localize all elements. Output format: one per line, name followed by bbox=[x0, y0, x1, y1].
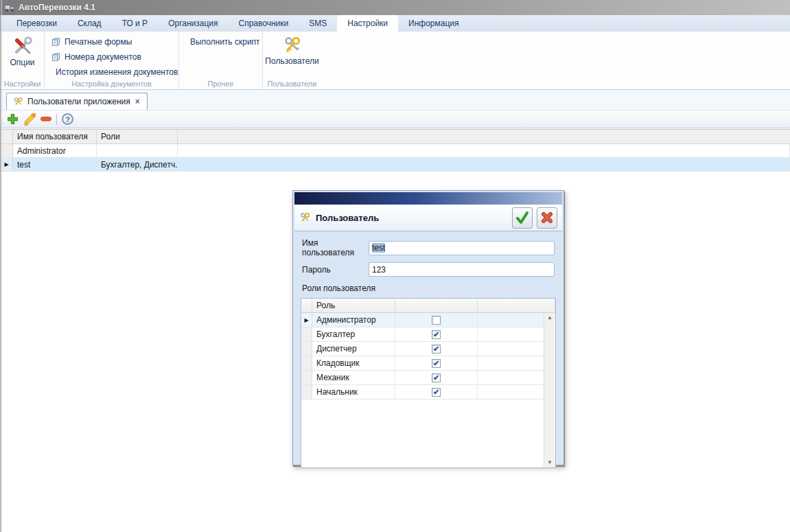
role-row-nachalnik[interactable]: Начальник ✔ bbox=[301, 385, 555, 400]
ribbon: Опции Настройки Печатные формы Номера до… bbox=[1, 32, 790, 90]
role-row-mehanik[interactable]: Механик ✔ bbox=[301, 371, 555, 385]
tab-close-icon[interactable]: × bbox=[135, 97, 141, 106]
cell-checkbox bbox=[395, 313, 478, 327]
menu-tab-nastroyki[interactable]: Настройки bbox=[337, 15, 398, 32]
vertical-scrollbar[interactable]: ▲ ▼ bbox=[544, 313, 555, 467]
menu-tab-informaciya[interactable]: Информация bbox=[398, 15, 469, 32]
cell-role: Диспетчер bbox=[312, 342, 395, 356]
keys-icon bbox=[283, 36, 302, 55]
title-bar: АвтоПеревозки 4.1 bbox=[1, 0, 790, 15]
document-icon bbox=[51, 53, 60, 62]
column-header-role[interactable]: Роль bbox=[312, 299, 395, 312]
scroll-up-icon[interactable]: ▲ bbox=[547, 315, 553, 321]
menu-tab-toir[interactable]: ТО и Р bbox=[112, 15, 159, 32]
users-grid-header: Имя пользователя Роли bbox=[1, 130, 790, 144]
username-label: Имя пользователя bbox=[302, 238, 369, 257]
row-indicator bbox=[301, 327, 312, 341]
menu-tab-label: SMS bbox=[309, 19, 327, 28]
run-script-button[interactable]: Выполнить скрипт bbox=[179, 34, 262, 49]
keys-icon bbox=[299, 212, 311, 224]
cell-filler bbox=[178, 158, 790, 171]
edit-user-button[interactable] bbox=[23, 113, 36, 126]
cancel-button[interactable] bbox=[537, 207, 557, 229]
app-window: { "window": { "title": "АвтоПеревозки 4.… bbox=[0, 0, 790, 532]
users-button[interactable]: Пользователи bbox=[263, 34, 321, 66]
row-indicator-header bbox=[301, 299, 312, 312]
cell-roles: Бухгалтер, Диспетч... bbox=[97, 158, 178, 171]
row-indicator bbox=[301, 371, 312, 384]
tools-icon bbox=[12, 36, 33, 56]
dialog-buttons bbox=[512, 207, 557, 229]
column-header-checked[interactable] bbox=[395, 299, 478, 312]
password-field-row: Пароль 123 bbox=[302, 262, 555, 277]
cell-username: test bbox=[13, 158, 97, 171]
menu-tab-spravochniki[interactable]: Справочники bbox=[229, 15, 299, 32]
users-grid: Имя пользователя Роли Administrator ▶ te… bbox=[1, 129, 790, 172]
user-row-administrator[interactable]: Administrator bbox=[1, 144, 790, 158]
user-dialog: Пользователь Имя пользователя test Па bbox=[292, 190, 564, 465]
column-header-username[interactable]: Имя пользователя bbox=[13, 130, 97, 143]
scroll-down-icon[interactable]: ▼ bbox=[547, 460, 553, 465]
ok-button[interactable] bbox=[512, 207, 533, 229]
cell-role: Кладовщик bbox=[312, 356, 395, 370]
menu-tab-label: ТО и Р bbox=[122, 19, 148, 28]
options-button[interactable]: Опции bbox=[1, 34, 44, 67]
role-checkbox[interactable]: ✔ bbox=[432, 359, 441, 368]
role-checkbox[interactable] bbox=[432, 316, 441, 325]
username-input[interactable]: test bbox=[369, 241, 555, 255]
cell-checkbox: ✔ bbox=[395, 327, 478, 341]
row-indicator bbox=[301, 385, 312, 399]
printed-forms-button[interactable]: Печатные формы bbox=[45, 34, 178, 49]
add-user-button[interactable] bbox=[7, 113, 19, 125]
ribbon-group-caption: Пользователи bbox=[263, 80, 321, 88]
tab-users-application[interactable]: Пользователи приложения × bbox=[6, 93, 148, 110]
row-indicator: ▶ bbox=[301, 313, 312, 327]
column-header-roles[interactable]: Роли bbox=[97, 130, 178, 143]
document-icon bbox=[51, 38, 60, 47]
password-input[interactable]: 123 bbox=[369, 262, 555, 277]
role-row-dispetcher[interactable]: Диспетчер ✔ bbox=[301, 342, 555, 356]
menu-tab-perevozki[interactable]: Перевозки bbox=[6, 15, 67, 32]
tab-label: Пользователи приложения bbox=[27, 97, 130, 106]
x-icon bbox=[540, 211, 554, 224]
row-indicator bbox=[301, 356, 312, 370]
options-button-label: Опции bbox=[10, 58, 34, 67]
cell-role: Механик bbox=[312, 371, 395, 384]
dialog-title: Пользователь bbox=[316, 213, 379, 223]
ribbon-group-caption: Прочее bbox=[179, 80, 262, 88]
dialog-title-bar[interactable] bbox=[294, 192, 562, 205]
role-checkbox[interactable]: ✔ bbox=[432, 330, 441, 339]
roles-grid: Роль ▶ Администратор Бухгалтер ✔ Диспетч… bbox=[301, 298, 556, 468]
role-row-administrator[interactable]: ▶ Администратор bbox=[301, 313, 555, 327]
delete-user-button[interactable] bbox=[40, 117, 51, 122]
role-checkbox[interactable]: ✔ bbox=[432, 345, 441, 354]
ribbon-group-settings: Опции Настройки bbox=[1, 32, 44, 89]
run-script-label: Выполнить скрипт bbox=[190, 37, 260, 47]
role-row-buhgalter[interactable]: Бухгалтер ✔ bbox=[301, 327, 555, 342]
document-numbers-button[interactable]: Номера документов bbox=[45, 49, 178, 65]
ribbon-group-users: Пользователи Пользователи bbox=[262, 32, 321, 89]
ribbon-group-documents: Печатные формы Номера документов История… bbox=[44, 32, 178, 89]
ribbon-group-other: Выполнить скрипт Прочее bbox=[178, 32, 262, 89]
role-checkbox[interactable]: ✔ bbox=[432, 373, 441, 382]
user-row-test[interactable]: ▶ test Бухгалтер, Диспетч... bbox=[1, 158, 790, 172]
document-numbers-label: Номера документов bbox=[65, 52, 141, 62]
document-tab-strip: Пользователи приложения × bbox=[1, 90, 790, 110]
menu-tab-sklad[interactable]: Склад bbox=[67, 15, 112, 32]
cell-username: Administrator bbox=[13, 144, 97, 157]
role-checkbox[interactable]: ✔ bbox=[432, 388, 441, 397]
role-row-kladovshchik[interactable]: Кладовщик ✔ bbox=[301, 356, 555, 371]
menu-tab-sms[interactable]: SMS bbox=[299, 15, 337, 32]
column-header-filler bbox=[178, 130, 790, 143]
username-field-row: Имя пользователя test bbox=[302, 238, 555, 257]
help-button[interactable]: ? bbox=[62, 113, 73, 125]
row-indicator bbox=[1, 144, 13, 157]
dialog-header: Пользователь bbox=[294, 205, 562, 231]
cell-checkbox: ✔ bbox=[395, 385, 478, 399]
cell-role: Начальник bbox=[312, 385, 395, 399]
column-header-filler bbox=[478, 299, 555, 312]
document-history-button[interactable]: История изменения документов bbox=[45, 65, 178, 80]
check-icon bbox=[515, 210, 530, 225]
row-indicator-header bbox=[1, 130, 13, 143]
menu-tab-organizaciya[interactable]: Организация bbox=[158, 15, 228, 32]
